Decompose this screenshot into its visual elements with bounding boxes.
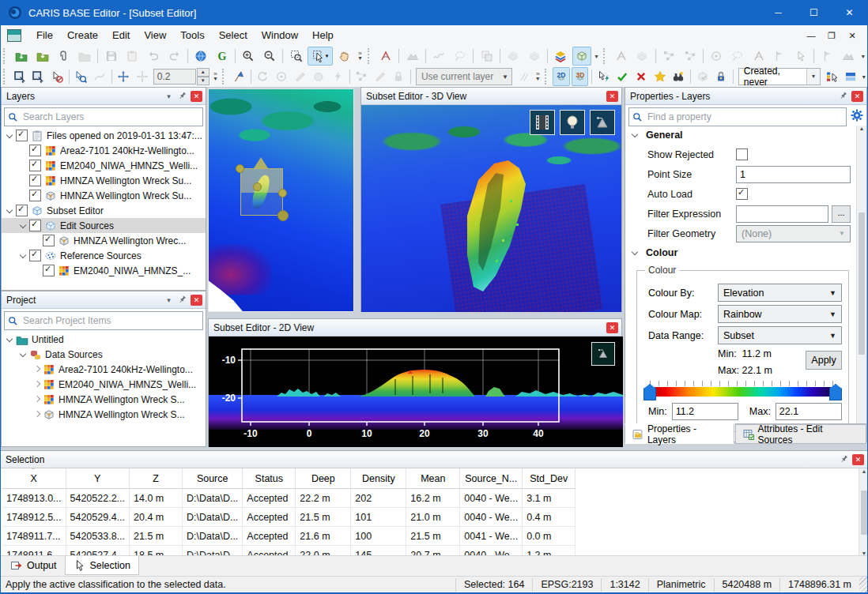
project-tree-item[interactable]: HMNZA Wellington Wreck S... [2,392,206,407]
visibility-checkbox[interactable] [29,145,41,156]
menu-tools[interactable]: Tools [173,25,211,46]
layer-mode-combo[interactable]: Use current layer▼ [416,68,512,85]
pin-icon[interactable] [176,294,188,306]
open-google-earth-button[interactable]: G [213,47,232,66]
visibility-checkbox[interactable] [43,265,55,276]
move-tool-button[interactable] [115,67,133,86]
dropdown-arrow-icon[interactable]: ▾ [859,47,867,65]
flag-kite-button[interactable] [230,67,247,86]
lasso-tool-button[interactable] [728,47,748,66]
close-panel-icon[interactable]: ✕ [606,322,618,333]
close-panel-icon[interactable]: ✕ [191,91,202,102]
redo-button[interactable] [164,47,184,66]
mdi-minimize-button[interactable]: — [801,31,821,40]
toolbar-grip[interactable] [368,48,373,64]
chevron-right-icon[interactable] [32,409,43,420]
layer-tree-item[interactable]: Area2-7101 240kHz-Wellingto... [2,143,206,158]
lock-button[interactable] [712,67,730,86]
undo-button[interactable] [144,47,164,66]
open-folder-button[interactable] [32,47,52,66]
flag-tool-button[interactable] [817,47,837,66]
toolbar-overflow-icon[interactable]: »▾ [534,68,542,85]
accept-button[interactable] [614,67,632,86]
show-rejected-checkbox[interactable] [736,148,748,160]
menu-view[interactable]: View [137,25,173,46]
chevron-down-icon[interactable] [5,205,16,216]
surface-edit-button[interactable] [632,47,652,66]
zoom-window-button[interactable] [286,47,306,66]
data-range-select[interactable]: Subset▼ [718,326,842,344]
subset-handle[interactable] [253,182,262,191]
open-add-button[interactable] [12,47,32,66]
dropdown-arrow-icon[interactable]: ▾ [592,47,600,65]
close-panel-icon[interactable]: ✕ [191,295,202,306]
node-remove-button[interactable] [659,47,679,66]
colour-layers-button[interactable] [551,47,571,66]
rect-select-add-button[interactable] [11,67,28,86]
curve-tool-button[interactable] [91,67,108,86]
polygon-tool-button[interactable] [310,67,327,86]
menu-window[interactable]: Window [255,25,305,46]
pan-button[interactable] [334,47,354,66]
quick-pick-button[interactable] [595,67,613,86]
project-tree-item[interactable]: Untitled [2,332,206,347]
duplicate-button[interactable] [75,47,95,66]
minimize-button[interactable]: ─ [760,0,796,25]
close-panel-icon[interactable]: ✕ [852,454,864,465]
toolbar-grip[interactable] [222,69,227,85]
visibility-checkbox[interactable] [43,235,55,246]
project-tree-item[interactable]: Data Sources [2,347,206,362]
spin-up-icon[interactable]: ▲ [197,68,209,77]
column-header-stddev[interactable]: Std_Dev [523,468,576,489]
max-field-input[interactable]: 22.1 [776,403,842,420]
table-row[interactable]: 1748911.7...5420533.8...21.5 mD:\Data\D.… [2,527,576,546]
rotate-tool-button[interactable] [255,67,272,86]
subset-handle[interactable] [278,189,287,197]
pick-tool-button[interactable] [791,47,811,66]
visibility-checkbox[interactable] [29,250,41,261]
column-header-deep[interactable]: Deep [296,468,351,489]
menu-create[interactable]: Create [60,25,105,46]
selection-scrollbar[interactable]: ▲ ▼ [859,468,868,556]
table-row[interactable]: 1748913.0...5420522.2...14.0 mD:\Data\D.… [2,489,576,508]
view2d-canvas[interactable]: -10010203040-10-20 [209,336,621,447]
column-header-status[interactable]: Status [243,468,296,489]
pin-icon[interactable] [838,453,850,465]
scroll-up-icon[interactable]: ▲ [862,468,867,474]
triangle-tool-button[interactable] [770,47,790,66]
layer-tree-item[interactable]: HMNZA Wellington Wreck Su... [2,173,206,188]
chevron-right-icon[interactable] [32,379,43,390]
column-header-sourcen[interactable]: Source_N... [460,468,523,489]
resize-grip[interactable] [859,577,868,592]
filter-preset-combo[interactable]: Created, never▾ [738,68,821,85]
select-tool-button[interactable]: ▾ [308,47,333,66]
surface-tool-b-button[interactable] [524,47,544,66]
scroll-thumb[interactable] [859,212,865,355]
project-tree-item[interactable]: Area2-7101 240kHz-Wellingto... [2,362,206,377]
lasso-select-button[interactable] [451,47,470,66]
close-button[interactable]: ✕ [832,0,867,25]
property-search[interactable] [628,107,847,126]
examine-button[interactable] [670,67,687,86]
menu-edit[interactable]: Edit [105,25,137,46]
selection-table[interactable]: ⌃XYZSourceStatusDeepDensityMeanSource_N.… [2,468,858,556]
paste-button[interactable] [123,47,142,66]
chevron-down-icon[interactable] [18,220,29,231]
column-header-x[interactable]: ⌃X [2,468,66,489]
chevron-down-icon[interactable] [18,250,29,261]
dropdown-arrow-icon[interactable]: ▾ [326,53,329,59]
filter-geometry-select[interactable]: (None)▼ [736,225,851,242]
mdi-close-button[interactable]: ✕ [842,31,862,41]
record-movie-button[interactable] [530,110,555,135]
layer-tree-item[interactable]: Edit Sources [2,218,206,233]
zoom-in-button[interactable] [239,47,259,66]
scroll-up-icon[interactable]: ▲ [859,126,865,131]
mdi-restore-button[interactable]: ❐ [821,31,842,41]
panel-menu-icon[interactable]: ▾ [163,294,175,306]
panel-menu-icon[interactable]: ▾ [163,90,175,102]
title-bar[interactable]: CARIS BASE Editor - [Subset Editor] ─ ☐ … [1,0,867,25]
project-search[interactable] [4,311,203,330]
query-cursor-button[interactable] [73,67,90,86]
maximize-button[interactable]: ☐ [796,0,832,25]
layer-tree-item[interactable]: EM2040_NIWA_HMNZS_... [2,263,206,278]
